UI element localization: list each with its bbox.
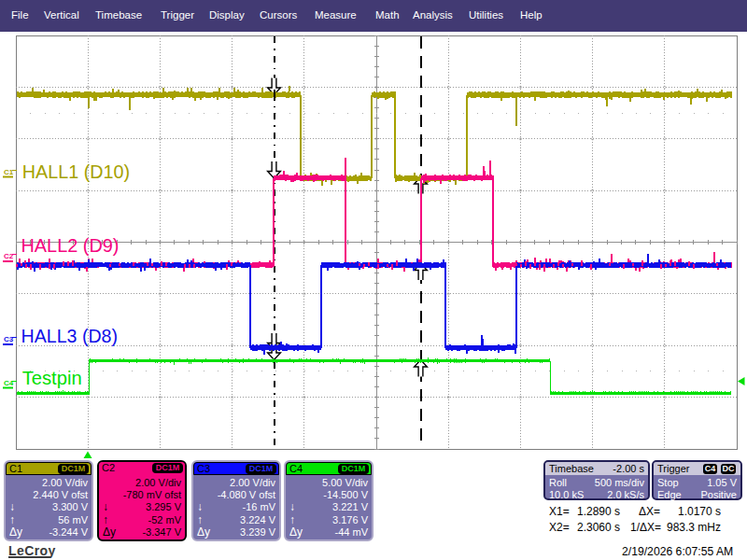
svg-text:C2: C2 [4,252,14,260]
svg-text:C3: C3 [4,335,14,343]
svg-text:HALL2 (D9): HALL2 (D9) [21,234,120,256]
svg-text:Testpin: Testpin [22,367,82,388]
svg-text:C4: C4 [4,379,14,387]
svg-text:C1: C1 [4,168,14,176]
svg-text:HALL3 (D8): HALL3 (D8) [21,325,119,346]
svg-text:HALL1 (D10): HALL1 (D10) [22,161,131,182]
